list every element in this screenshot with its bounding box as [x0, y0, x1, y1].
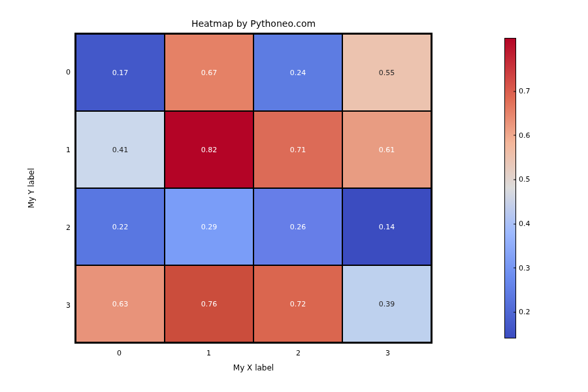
colorbar-tick: 0.3: [519, 263, 531, 272]
x-axis-label: My X label: [74, 363, 433, 372]
heatmap-cell: 0.67: [165, 34, 253, 111]
heatmap-cell: 0.41: [76, 111, 165, 188]
colorbar-tick: 0.2: [519, 308, 531, 316]
heatmap-cell: 0.71: [253, 111, 342, 188]
colorbar-tick: 0.4: [519, 220, 531, 228]
heatmap-grid: 0.170.670.240.550.410.820.710.610.220.29…: [76, 34, 431, 342]
x-tick-2: 2: [296, 349, 301, 357]
x-tick-0: 0: [117, 349, 122, 357]
heatmap-cell: 0.17: [76, 34, 165, 111]
y-tick-0: 0: [66, 67, 71, 76]
heatmap-cell: 0.26: [253, 188, 342, 265]
x-tick-1: 1: [206, 349, 211, 357]
heatmap-cell: 0.82: [165, 111, 253, 188]
figure: Heatmap by Pythoneo.com My Y label My X …: [0, 0, 588, 392]
x-tick-3: 3: [385, 349, 390, 357]
colorbar: [504, 38, 516, 338]
y-tick-2: 2: [66, 223, 71, 231]
heatmap-cell: 0.39: [342, 265, 431, 342]
heatmap-cell: 0.24: [253, 34, 342, 111]
chart-title: Heatmap by Pythoneo.com: [74, 18, 433, 29]
heatmap-cell: 0.55: [342, 34, 431, 111]
x-axis-ticks: 0 1 2 3: [74, 346, 433, 358]
colorbar-tick: 0.7: [519, 87, 531, 95]
y-tick-1: 1: [66, 145, 71, 154]
y-tick-3: 3: [66, 301, 71, 309]
heatmap-cell: 0.29: [165, 188, 253, 265]
heatmap-cell: 0.63: [76, 265, 165, 342]
heatmap-axes: 0.170.670.240.550.410.820.710.610.220.29…: [74, 33, 433, 344]
heatmap-cell: 0.22: [76, 188, 165, 265]
colorbar-ticks: 0.20.30.40.50.60.7: [519, 38, 542, 338]
heatmap-cell: 0.61: [342, 111, 431, 188]
y-axis-ticks: 0 1 2 3: [61, 33, 73, 344]
heatmap-cell: 0.76: [165, 265, 253, 342]
colorbar-tick: 0.5: [519, 175, 531, 184]
heatmap-cell: 0.14: [342, 188, 431, 265]
colorbar-tick: 0.6: [519, 131, 531, 139]
heatmap-cell: 0.72: [253, 265, 342, 342]
y-axis-label: My Y label: [27, 168, 36, 208]
